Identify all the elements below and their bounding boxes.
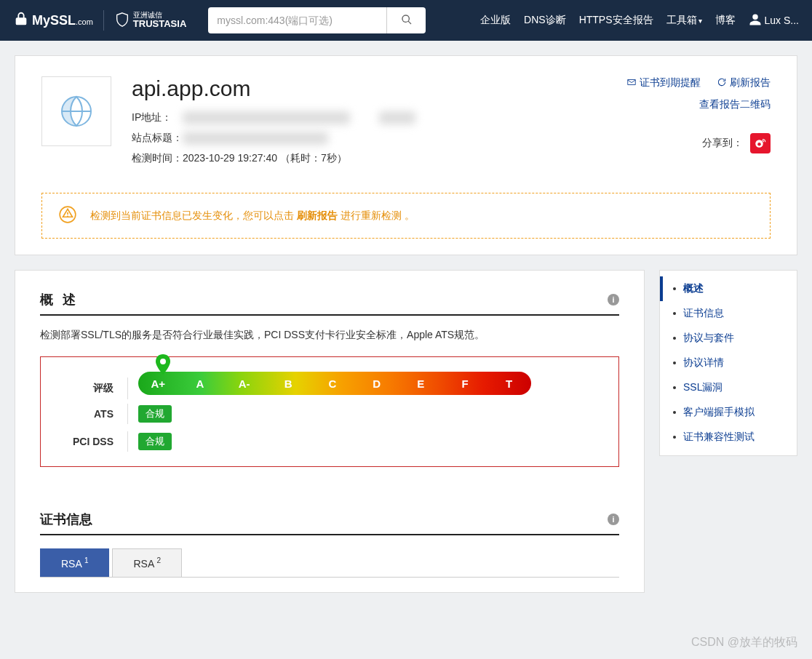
nav-protocol-details[interactable]: 协议详情 — [660, 351, 797, 375]
grade-a: A — [178, 378, 223, 390]
ats-badge: 合规 — [138, 405, 172, 423]
search-input[interactable] — [208, 7, 386, 33]
user-icon — [749, 13, 762, 28]
nav-https-report[interactable]: HTTPS安全报告 — [579, 14, 653, 27]
ip-extra-blurred — [379, 111, 415, 124]
rating-bar: A+ A A- B C D E F T — [138, 372, 531, 395]
domain-title: api.app.com — [132, 76, 596, 101]
site-title-blurred — [183, 132, 328, 145]
logo-en: TRUSTASIA — [133, 19, 186, 29]
cert-info-heading: 证书信息 i — [40, 511, 619, 535]
overview-desc: 检测部署SSL/TLS的服务是否符合行业最佳实践，PCI DSS支付卡行业安全标… — [40, 329, 619, 342]
svg-point-6 — [160, 359, 166, 364]
lock-icon — [13, 11, 29, 31]
logo-separator — [103, 10, 104, 31]
grade-a-minus: A- — [222, 378, 266, 390]
info-icon[interactable]: i — [608, 294, 619, 305]
warning-icon — [58, 205, 77, 226]
grade-d: D — [354, 378, 399, 390]
shield-icon — [114, 12, 130, 30]
grade-f: F — [443, 378, 487, 390]
cert-tabs: RSA 1 RSA 2 — [40, 548, 619, 578]
share-label: 分享到： — [702, 137, 743, 150]
cert-changed-alert: 检测到当前证书信息已发生变化，您可以点击 刷新报告 进行重新检测 。 — [41, 193, 771, 239]
user-name: Lux S... — [765, 15, 799, 26]
expiry-reminder-link[interactable]: 证书到期提醒 — [626, 76, 701, 89]
section-nav: 概述 证书信息 协议与套件 协议详情 SSL漏洞 客户端握手模拟 证书兼容性测试 — [659, 270, 797, 456]
weibo-share-button[interactable] — [750, 133, 771, 153]
weibo-icon — [754, 136, 767, 151]
pci-badge: 合规 — [138, 433, 172, 450]
alert-text: 检测到当前证书信息已发生变化，您可以点击 刷新报告 进行重新检测 。 — [90, 209, 415, 223]
svg-point-2 — [757, 143, 761, 146]
nav-ssl-vuln[interactable]: SSL漏洞 — [660, 375, 797, 400]
info-icon[interactable]: i — [608, 514, 619, 525]
nav-blog[interactable]: 博客 — [715, 14, 736, 27]
ip-value-blurred — [183, 111, 350, 124]
grade-box: 评级 A+ A A- B C D E — [40, 356, 619, 467]
ats-label: ATS — [61, 408, 128, 420]
search-wrap — [208, 7, 426, 33]
nav-overview[interactable]: 概述 — [660, 276, 797, 301]
grade-t: T — [487, 378, 531, 390]
svg-point-5 — [67, 215, 68, 217]
logo-group: MySSL.com 亚洲诚信 TRUSTASIA — [13, 10, 186, 31]
top-nav: MySSL.com 亚洲诚信 TRUSTASIA 企业版 DNS诊断 HTTPS… — [0, 0, 812, 41]
nav-cert-info[interactable]: 证书信息 — [660, 301, 797, 326]
rating-label: 评级 — [61, 382, 128, 395]
site-title-label: 站点标题： — [132, 132, 183, 145]
myssl-logo[interactable]: MySSL.com — [13, 11, 93, 31]
nav-cert-compat[interactable]: 证书兼容性测试 — [660, 425, 797, 450]
main-nav: 企业版 DNS诊断 HTTPS安全报告 工具箱▾ 博客 Lux S... — [480, 13, 799, 28]
tab-rsa2[interactable]: RSA 2 — [112, 548, 181, 577]
nav-dns[interactable]: DNS诊断 — [524, 14, 566, 27]
grade-e: E — [399, 378, 443, 390]
pci-label: PCI DSS — [61, 436, 128, 447]
check-time-label: 检测时间： — [132, 152, 183, 165]
domain-card: api.app.com IP地址： 站点标题： 检测时间：2023-10-29 … — [15, 55, 797, 255]
main-content: 概 述 i 检测部署SSL/TLS的服务是否符合行业最佳实践，PCI DSS支付… — [15, 270, 645, 593]
ip-label: IP地址： — [132, 111, 183, 124]
search-button[interactable] — [386, 7, 426, 33]
caret-down-icon: ▾ — [698, 17, 702, 25]
nav-client-handshake[interactable]: 客户端握手模拟 — [660, 400, 797, 425]
nav-enterprise[interactable]: 企业版 — [480, 14, 511, 27]
qr-code-link[interactable]: 查看报告二维码 — [596, 98, 771, 111]
site-favicon — [41, 76, 111, 146]
search-icon — [401, 14, 413, 28]
mail-icon — [626, 77, 637, 89]
overview-heading: 概 述 i — [40, 291, 619, 316]
nav-toolbox[interactable]: 工具箱▾ — [666, 14, 702, 27]
check-time-value: 2023-10-29 19:27:40 （耗时：7秒） — [183, 152, 347, 165]
grade-a-plus: A+ — [138, 378, 178, 390]
refresh-icon — [717, 77, 727, 89]
grade-c: C — [311, 378, 355, 390]
user-menu[interactable]: Lux S... — [749, 13, 799, 28]
trustasia-logo[interactable]: 亚洲诚信 TRUSTASIA — [114, 12, 186, 30]
grade-b: B — [266, 378, 311, 390]
nav-protocols[interactable]: 协议与套件 — [660, 326, 797, 351]
tab-rsa1[interactable]: RSA 1 — [40, 548, 109, 577]
refresh-report-link[interactable]: 刷新报告 — [717, 76, 771, 89]
